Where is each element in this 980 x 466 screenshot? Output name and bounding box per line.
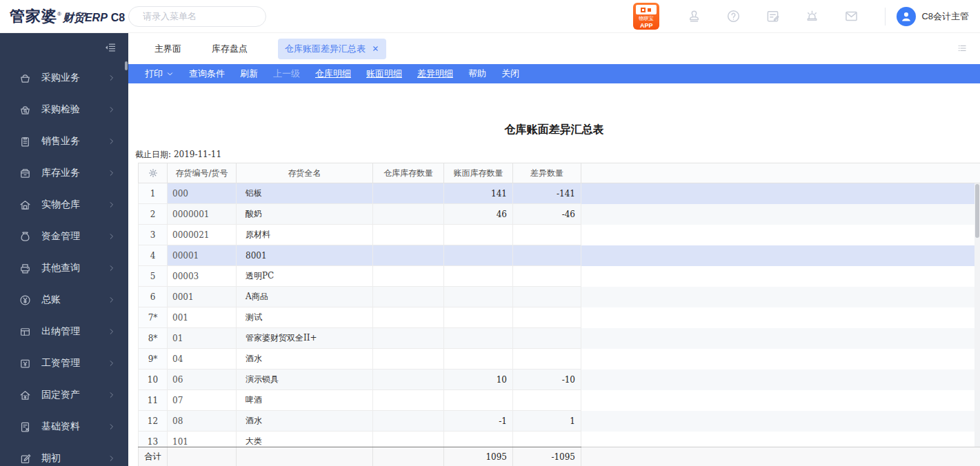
toolbar-close-button[interactable]: 关闭 — [494, 64, 527, 83]
collapse-sidebar-icon[interactable] — [103, 41, 117, 54]
top-bar: 管家婆 ® 财贸ERP C8 物联宝 APP C8会计主管 — [0, 0, 980, 33]
report-toolbar: 打印 查询条件 刷新 上一级 仓库明细 账面明细 差异明细 帮助 关闭 — [128, 64, 980, 83]
sidebar-item-purchase-check[interactable]: 采购检验 — [0, 94, 128, 125]
sidebar-item-opening[interactable]: 期初 — [0, 443, 128, 466]
printer-icon — [19, 262, 32, 275]
table-row[interactable]: 3 0000021 原材料 — [138, 225, 980, 245]
sidebar: 采购业务 采购检验 销售业务 库存业务 实物仓库 资金管理 — [0, 33, 128, 466]
sidebar-item-cashier[interactable]: 出纳管理 — [0, 316, 128, 347]
tab-list-icon[interactable] — [956, 43, 968, 54]
cell-diff-qty — [513, 390, 581, 411]
cell-diff-qty — [513, 307, 581, 328]
sidebar-item-fixed-assets[interactable]: 固定资产 — [0, 379, 128, 411]
user-menu[interactable]: C8会计主管 — [897, 7, 969, 26]
menu-search-box[interactable] — [128, 6, 266, 27]
alarm-icon[interactable] — [804, 8, 820, 24]
edit-icon — [19, 452, 32, 465]
cell-book-qty — [444, 266, 513, 287]
note-icon[interactable] — [765, 8, 781, 24]
column-header-diff-qty[interactable]: 差异数量 — [513, 163, 581, 183]
search-input[interactable] — [143, 11, 264, 21]
toolbar-up-level-button: 上一级 — [266, 64, 308, 83]
toolbar-item-label: 仓库明细 — [315, 68, 351, 80]
moneybag-icon — [19, 230, 32, 243]
scrollbar-thumb[interactable] — [975, 184, 979, 238]
column-header-code[interactable]: 存货编号/货号 — [168, 163, 237, 183]
sidebar-item-other-query[interactable]: 其他查询 — [0, 252, 128, 284]
cell-row-number: 12 — [138, 411, 168, 432]
stamp-icon[interactable] — [686, 8, 702, 24]
toolbar-diff-detail-button[interactable]: 差异明细 — [410, 64, 461, 83]
sidebar-item-purchase[interactable]: 采购业务 — [0, 62, 128, 94]
sidebar-item-label: 期初 — [41, 452, 108, 465]
table-row[interactable]: 1 000 铝板 141 -141 — [138, 183, 980, 204]
column-header-warehouse-qty[interactable]: 仓库库存数量 — [373, 163, 444, 183]
sidebar-scrollbar[interactable] — [125, 61, 128, 70]
sidebar-menu: 采购业务 采购检验 销售业务 库存业务 实物仓库 资金管理 — [0, 62, 128, 466]
cell-name: 酒水 — [237, 411, 373, 432]
toolbar-warehouse-detail-button[interactable]: 仓库明细 — [308, 64, 359, 83]
column-header-name[interactable]: 存货全名 — [237, 163, 373, 183]
cell-warehouse-qty — [373, 369, 444, 390]
table-row[interactable]: 5 00003 透明PC — [138, 266, 980, 287]
table-row[interactable]: 9* 04 酒水 — [138, 349, 980, 369]
toolbar-print-button[interactable]: 打印 — [137, 64, 181, 83]
tab-report[interactable]: 仓库账面差异汇总表 — [278, 39, 386, 59]
cell-code: 0000001 — [168, 204, 237, 225]
cell-row-number: 4 — [138, 245, 168, 266]
sidebar-item-inventory[interactable]: 库存业务 — [0, 157, 128, 189]
cell-name: 酒水 — [237, 349, 373, 369]
toolbar-refresh-button[interactable]: 刷新 — [232, 64, 266, 83]
table-row[interactable]: 12 08 酒水 -1 1 — [138, 411, 980, 432]
help-icon[interactable] — [726, 8, 741, 24]
table-footer-row: 合计 1095 -1095 — [138, 447, 980, 466]
main-area: 主界面 库存盘点 仓库账面差异汇总表 打印 查询条件 刷新 上一级 仓库明细 账… — [128, 33, 980, 466]
table-row[interactable]: 11 07 啤酒 — [138, 390, 980, 411]
yuan-circle-icon — [19, 294, 32, 307]
table-row[interactable]: 8* 01 管家婆财贸双全II+ — [138, 328, 980, 349]
vertical-scrollbar[interactable] — [974, 183, 980, 447]
toolbar-help-button[interactable]: 帮助 — [461, 64, 494, 83]
chevron-right-icon — [108, 264, 116, 272]
cell-row-number: 9* — [138, 349, 168, 369]
toolbar-query-criteria-button[interactable]: 查询条件 — [181, 64, 232, 83]
close-tab-icon[interactable] — [372, 45, 379, 52]
logo-edition: C8 — [111, 12, 125, 24]
toolbar-book-detail-button[interactable]: 账面明细 — [359, 64, 410, 83]
cell-name: 透明PC — [237, 266, 373, 287]
tab-stocktake[interactable]: 库存盘点 — [212, 43, 248, 55]
cell-name: 原材料 — [237, 225, 373, 245]
cell-code: 00001 — [168, 245, 237, 266]
sidebar-item-payroll[interactable]: 工资管理 — [0, 347, 128, 379]
tab-home[interactable]: 主界面 — [154, 43, 181, 55]
toolbar-item-label: 打印 — [145, 68, 163, 80]
sidebar-item-funds[interactable]: 资金管理 — [0, 221, 128, 252]
sidebar-item-base-data[interactable]: 基础资料 — [0, 411, 128, 443]
sidebar-item-label: 库存业务 — [41, 167, 108, 179]
cell-code: 04 — [168, 349, 237, 369]
cell-name: 铝板 — [237, 183, 373, 204]
report-content: 仓库账面差异汇总表 截止日期: 2019-11-11 存货编号/货号 存货全名 … — [128, 116, 980, 466]
sidebar-item-label: 销售业务 — [41, 135, 108, 148]
sidebar-item-sales[interactable]: 销售业务 — [0, 125, 128, 157]
table-row[interactable]: 4 00001 8001 — [138, 245, 980, 266]
table-row[interactable]: 10 06 演示锁具 10 -10 — [138, 369, 980, 390]
wulianbao-app-badge[interactable]: 物联宝 APP — [633, 3, 659, 30]
cell-row-number: 7* — [138, 307, 168, 328]
cell-name: 啤酒 — [237, 390, 373, 411]
table-row[interactable]: 2 0000001 酸奶 46 -46 — [138, 204, 980, 225]
cell-diff-qty: -10 — [513, 369, 581, 390]
mail-icon[interactable] — [843, 8, 859, 24]
cell-book-qty — [444, 307, 513, 328]
column-settings-cell[interactable] — [138, 163, 168, 183]
date-label: 截止日期: — [135, 150, 171, 159]
toolbar-item-label: 差异明细 — [417, 68, 453, 80]
sidebar-item-general-ledger[interactable]: 总账 — [0, 284, 128, 316]
column-header-book-qty[interactable]: 账面库存数量 — [444, 163, 513, 183]
sidebar-item-warehouse[interactable]: 实物仓库 — [0, 189, 128, 221]
table-row[interactable]: 6 0001 A商品 — [138, 287, 980, 307]
table-row[interactable]: 7* 001 测试 — [138, 307, 980, 328]
chevron-down-icon — [166, 70, 174, 78]
box-icon — [19, 167, 32, 180]
cell-name: 测试 — [237, 307, 373, 328]
